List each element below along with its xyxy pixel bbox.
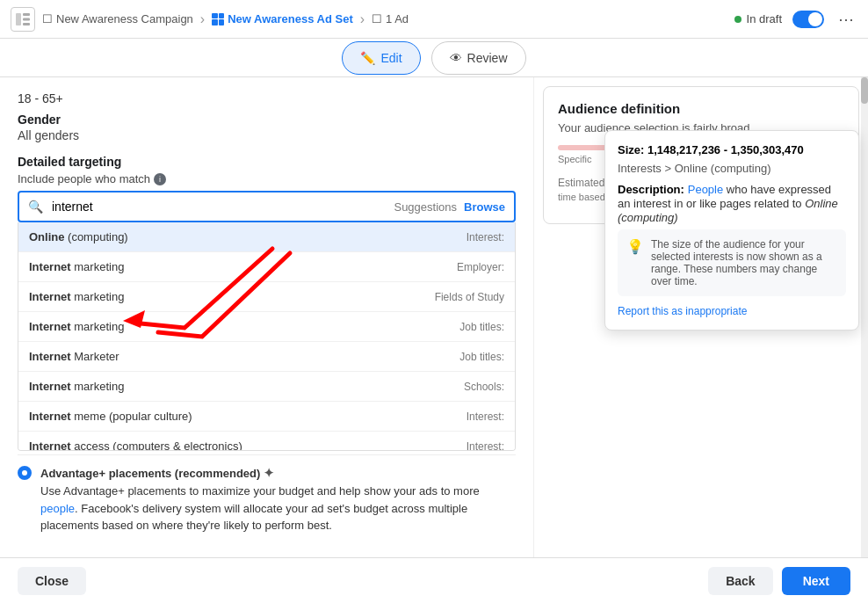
dropdown-item-5[interactable]: Internet marketing Schools: [18, 372, 515, 402]
back-button[interactable]: Back [708, 567, 772, 595]
svg-rect-0 [16, 13, 21, 25]
campaign-label: New Awareness Campaign [56, 12, 193, 25]
targeting-dropdown: Online (computing) Interest: Internet ma… [18, 222, 516, 451]
placements-title: Advantage+ placements (recommended) ✦ [40, 464, 516, 483]
ad-icon: ☐ [372, 12, 382, 25]
dropdown-item-4[interactable]: Internet Marketer Job titles: [18, 342, 515, 372]
placements-desc: Use Advantage+ placements to maximize yo… [40, 483, 516, 534]
tooltip-size-text: Size: 1,148,217,236 - 1,350,303,470 [618, 143, 804, 156]
adset-label: New Awareness Ad Set [228, 12, 353, 25]
main-content: 18 - 65+ Gender All genders Detailed tar… [0, 77, 868, 557]
item-category-7: Interest: [467, 440, 504, 452]
include-people-label: Include people who match i [18, 172, 516, 185]
bottom-bar: Close Back Next [0, 557, 868, 603]
item-category-0: Interest: [467, 231, 504, 243]
svg-rect-2 [23, 18, 30, 20]
search-input[interactable] [52, 193, 394, 221]
nav-right-section: In draft ⋯ [734, 6, 857, 33]
dropdown-item-6[interactable]: Internet meme (popular culture) Interest… [18, 402, 515, 432]
breadcrumb-separator-2: › [360, 11, 365, 27]
item-category-6: Interest: [467, 410, 504, 423]
item-name-0: Online (computing) [29, 230, 128, 243]
right-scrollbar-thumb [861, 77, 868, 104]
search-right: Suggestions Browse [394, 200, 514, 214]
sidebar-toggle-button[interactable] [11, 7, 35, 32]
gender-label: Gender [18, 113, 516, 127]
campaign-breadcrumb[interactable]: ☐ New Awareness Campaign [42, 12, 193, 25]
item-name-4: Internet Marketer [29, 350, 119, 363]
gender-value: All genders [18, 128, 516, 142]
item-name-7: Internet access (computers & electronics… [29, 440, 242, 451]
placements-section: Advantage+ placements (recommended) ✦ Us… [18, 454, 516, 534]
item-category-1: Employer: [457, 261, 504, 273]
review-tab[interactable]: 👁 Review [431, 41, 526, 75]
status-label: In draft [747, 12, 782, 25]
dropdown-item-2[interactable]: Internet marketing Fields of Study [18, 282, 515, 312]
browse-button[interactable]: Browse [464, 200, 505, 214]
bottom-nav-buttons: Back Next [708, 567, 850, 595]
adset-breadcrumb[interactable]: New Awareness Ad Set [212, 12, 353, 25]
adset-grid-icon [212, 13, 224, 25]
item-category-5: Schools: [464, 381, 504, 393]
suggestions-label: Suggestions [394, 200, 457, 214]
dropdown-item-3[interactable]: Internet marketing Job titles: [18, 312, 515, 342]
item-category-4: Job titles: [459, 351, 504, 363]
ad-label: 1 Ad [386, 12, 409, 25]
placements-radio[interactable] [18, 466, 32, 480]
tooltip-note: 💡 The size of the audience for your sele… [618, 229, 846, 296]
targeting-search-box[interactable]: 🔍 Suggestions Browse [18, 191, 516, 222]
report-link[interactable]: Report this as inappropriate [618, 305, 846, 317]
tooltip-size: Size: 1,148,217,236 - 1,350,303,470 [618, 143, 846, 156]
lightbulb-icon: 💡 [626, 238, 644, 255]
item-name-6: Internet meme (popular culture) [29, 410, 192, 423]
ad-breadcrumb[interactable]: ☐ 1 Ad [372, 12, 409, 25]
tooltip-note-text: The size of the audience for your select… [651, 238, 837, 287]
item-name-3: Internet marketing [29, 320, 124, 333]
svg-rect-3 [23, 23, 30, 25]
tooltip-description: Description: People who have expressed a… [618, 182, 846, 224]
review-icon: 👁 [450, 51, 462, 65]
top-navigation: ☐ New Awareness Campaign › New Awareness… [0, 0, 868, 39]
detailed-targeting-title: Detailed targeting [18, 155, 516, 169]
item-category-3: Job titles: [459, 321, 504, 333]
dropdown-item-7[interactable]: Internet access (computers & electronics… [18, 432, 515, 451]
edit-tab[interactable]: ✏️ Edit [342, 41, 420, 75]
edit-label: Edit [380, 51, 401, 65]
placements-title-text: Advantage+ placements (recommended) [40, 465, 260, 483]
people-link[interactable]: people [40, 502, 75, 515]
item-name-5: Internet marketing [29, 380, 124, 393]
dropdown-item-0[interactable]: Online (computing) Interest: [18, 222, 515, 252]
close-button[interactable]: Close [18, 567, 86, 595]
status-dot [734, 16, 741, 23]
draft-status: In draft [734, 12, 782, 25]
tab-bar: ✏️ Edit 👁 Review [0, 39, 868, 77]
more-options-button[interactable]: ⋯ [835, 6, 857, 33]
right-scrollbar[interactable] [861, 77, 868, 557]
dropdown-item-1[interactable]: Internet marketing Employer: [18, 252, 515, 282]
include-text: Include people who match [18, 172, 150, 185]
plus-icon: ✦ [264, 464, 274, 483]
info-icon[interactable]: i [154, 173, 166, 185]
edit-icon: ✏️ [360, 51, 375, 65]
breadcrumb-separator-1: › [200, 11, 205, 27]
tooltip-desc-label: Description: [618, 183, 684, 196]
audience-title: Audience definition [558, 101, 844, 116]
tooltip-interests: Interests > Online (computing) [618, 162, 846, 175]
item-name-2: Internet marketing [29, 290, 124, 303]
item-name-1: Internet marketing [29, 260, 124, 273]
review-label: Review [467, 51, 508, 65]
next-button[interactable]: Next [782, 567, 850, 595]
placements-text: Advantage+ placements (recommended) ✦ Us… [40, 464, 516, 534]
item-category-2: Fields of Study [435, 291, 504, 303]
search-icon: 🔍 [19, 193, 52, 221]
left-panel: 18 - 65+ Gender All genders Detailed tar… [0, 77, 534, 557]
audience-tooltip-popup: Size: 1,148,217,236 - 1,350,303,470 Inte… [604, 130, 859, 331]
age-range-value: 18 - 65+ [18, 91, 516, 105]
gauge-specific-label: Specific [558, 154, 592, 164]
campaign-doc-icon: ☐ [42, 12, 53, 25]
draft-toggle[interactable] [792, 11, 824, 28]
svg-rect-1 [23, 13, 30, 16]
right-panel: Audience definition Your audience select… [534, 77, 868, 557]
